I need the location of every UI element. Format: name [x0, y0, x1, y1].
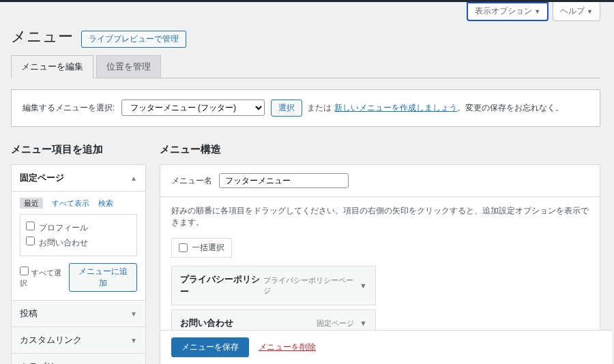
screen-options-button[interactable]: 表示オプション▼: [467, 2, 549, 21]
select-menu-button[interactable]: 選択: [271, 100, 302, 117]
menu-footer: メニューを保存 メニューを削除: [160, 330, 612, 364]
menu-item[interactable]: プライバシーポリシー プライバシーポリシーページ▼: [171, 266, 376, 305]
page-list: プロフィール お問い合わせ: [20, 214, 137, 256]
menu-name-input[interactable]: [219, 173, 349, 188]
manage-menus-bar: 編集するメニューを選択: フッターメニュー (フッター) 選択 または新しいメニ…: [11, 89, 600, 127]
create-new-menu-link[interactable]: 新しいメニューを作成しましょう: [334, 103, 457, 112]
accordion-posts-head[interactable]: 投稿▼: [12, 300, 145, 327]
chevron-up-icon: ▲: [130, 175, 137, 182]
select-all-pages[interactable]: すべて選択: [20, 267, 65, 288]
page-checkbox[interactable]: [26, 222, 35, 230]
chevron-down-icon: ▼: [130, 310, 137, 318]
page-checkbox[interactable]: [26, 237, 35, 245]
menu-instructions: 好みの順番に各項目をドラッグしてください。項目の右側の矢印をクリックすると、追加…: [160, 197, 600, 234]
delete-menu-link[interactable]: メニューを削除: [259, 342, 316, 353]
accordion-custom-links-head[interactable]: カスタムリンク▼: [12, 327, 145, 353]
pages-tab-recent[interactable]: 最近: [20, 198, 43, 209]
bulk-select-top[interactable]: 一括選択: [171, 238, 232, 258]
accordion-pages-head[interactable]: 固定ページ▲: [12, 165, 145, 192]
caret-down-icon: ▼: [534, 8, 540, 15]
accordion-categories-head[interactable]: カテゴリー▼: [12, 353, 145, 364]
add-items-accordion: 固定ページ▲ 最近 すべて表示 検索 プロフィール お問い合わせ すべて選択 メ…: [11, 164, 146, 364]
caret-down-icon: ▼: [587, 8, 593, 15]
add-to-menu-button[interactable]: メニューに追加: [69, 263, 137, 292]
pages-tab-search[interactable]: 検索: [98, 199, 113, 207]
tab-edit-menus[interactable]: メニューを編集: [11, 55, 93, 78]
help-button[interactable]: ヘルプ▼: [553, 2, 600, 21]
menu-edit-box: メニュー名 好みの順番に各項目をドラッグしてください。項目の右側の矢印をクリック…: [160, 164, 600, 364]
chevron-down-icon: ▼: [130, 337, 137, 344]
or-text: または: [307, 103, 332, 112]
page-item[interactable]: プロフィール: [26, 220, 131, 235]
menu-item-type: プライバシーポリシーページ: [263, 275, 354, 296]
pages-tab-all[interactable]: すべて表示: [52, 199, 89, 207]
structure-heading: メニュー構造: [160, 143, 600, 156]
menu-name-label: メニュー名: [171, 175, 212, 187]
save-menu-button[interactable]: メニューを保存: [171, 337, 249, 357]
menu-select[interactable]: フッターメニュー (フッター): [121, 100, 265, 116]
live-preview-button[interactable]: ライブプレビューで管理: [81, 31, 186, 48]
page-title: メニュー: [11, 27, 73, 47]
chevron-down-icon[interactable]: ▼: [360, 319, 367, 327]
menu-item-title: お問い合わせ: [180, 317, 233, 329]
select-all-checkbox[interactable]: [20, 267, 29, 275]
add-items-heading: メニュー項目を追加: [11, 143, 146, 156]
nav-tabs: メニューを編集 位置を管理: [11, 55, 600, 78]
reminder-text: 。変更の保存をお忘れなく。: [457, 103, 564, 112]
select-menu-label: 編集するメニューを選択:: [23, 103, 115, 112]
tab-manage-locations[interactable]: 位置を管理: [96, 55, 161, 78]
chevron-down-icon[interactable]: ▼: [360, 282, 367, 290]
bulk-checkbox[interactable]: [179, 243, 188, 252]
page-item[interactable]: お問い合わせ: [26, 235, 131, 250]
menu-item-type: 固定ページ: [317, 318, 354, 329]
menu-item-title: プライバシーポリシー: [180, 273, 263, 298]
